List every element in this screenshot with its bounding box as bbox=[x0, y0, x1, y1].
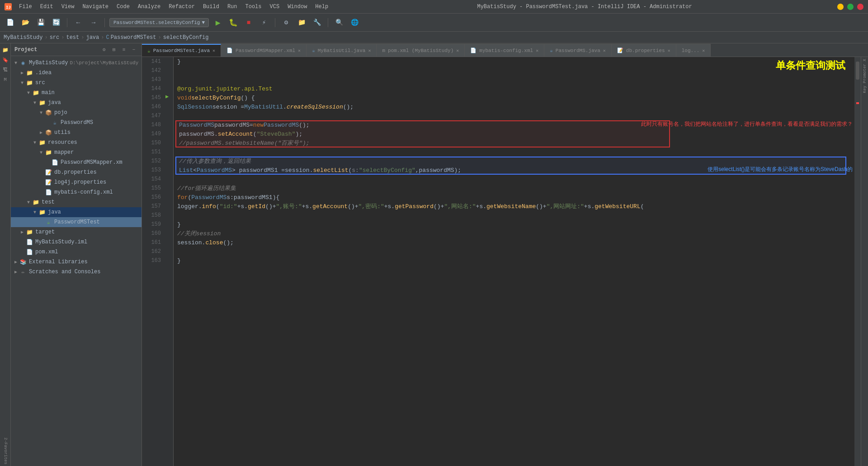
translate-button[interactable]: 🌐 bbox=[348, 16, 361, 29]
tree-item-external-libs[interactable]: ▶ 📚 External Libraries bbox=[11, 257, 142, 267]
bookmark-icon[interactable]: 🔖 bbox=[1, 55, 10, 64]
tab-close-button[interactable]: ✕ bbox=[702, 48, 705, 53]
tree-item-test[interactable]: ▼ 📁 test bbox=[11, 197, 142, 207]
editor-scrollbar[interactable] bbox=[854, 57, 861, 466]
tab-mybatisutil[interactable]: ☕ MyBatisUtil.java ✕ bbox=[307, 44, 377, 57]
tab-mapper-xml[interactable]: 📄 PasswordMSMapper.xml ✕ bbox=[221, 44, 307, 57]
tree-item-pojo[interactable]: ▼ 📦 pojo bbox=[11, 108, 142, 118]
tree-item-target[interactable]: ▶ 📁 target bbox=[11, 227, 142, 237]
coverage-button[interactable]: ⚡ bbox=[258, 16, 270, 29]
menu-build[interactable]: Build bbox=[199, 2, 223, 12]
tree-item-resources[interactable]: ▼ 📁 resources bbox=[11, 138, 142, 147]
menu-window[interactable]: Window bbox=[284, 2, 311, 12]
code-content[interactable]: 单条件查询测试 } @org.junit.jupiter.api.Test vo… bbox=[174, 57, 854, 466]
tree-item-src[interactable]: ▼ 📁 src bbox=[11, 78, 142, 88]
tab-passwordmstest[interactable]: ☕ PasswordMSTest.java ✕ bbox=[142, 44, 221, 57]
close-button[interactable] bbox=[857, 4, 863, 10]
tab-close-button[interactable]: ✕ bbox=[668, 48, 670, 53]
menu-view[interactable]: View bbox=[58, 2, 78, 12]
breadcrumb-class[interactable]: C PasswordMSTest bbox=[106, 34, 156, 41]
tree-item-scratches[interactable]: ▶ ✏ Scratches and Consoles bbox=[11, 267, 142, 277]
run-config-dropdown[interactable]: PasswordMSTest.selectByConfig ▼ bbox=[109, 18, 209, 27]
menu-refactor[interactable]: Refactor bbox=[165, 2, 198, 12]
new-file-button[interactable]: 📄 bbox=[4, 16, 16, 29]
menu-file[interactable]: File bbox=[15, 2, 36, 12]
editor-inner: 141 142 143 144 145 146 147 148 149 150 … bbox=[142, 57, 861, 466]
menu-edit[interactable]: Edit bbox=[37, 2, 57, 12]
project-structure-button[interactable]: 📁 bbox=[295, 16, 308, 29]
back-button[interactable]: ← bbox=[72, 16, 85, 29]
menu-bar[interactable]: File Edit View Navigate Code Analyze Ref… bbox=[15, 2, 332, 12]
tab-log[interactable]: log... ✕ bbox=[676, 44, 711, 57]
tab-mybatis-config[interactable]: 📄 mybatis-config.xml ✕ bbox=[465, 44, 544, 57]
menu-navigate[interactable]: Navigate bbox=[79, 2, 112, 12]
menu-tools[interactable]: Tools bbox=[242, 2, 265, 12]
sdk-button[interactable]: 🔧 bbox=[311, 16, 323, 29]
menu-analyze[interactable]: Analyze bbox=[134, 2, 164, 12]
tree-item-log4j[interactable]: 📝 log4j.properties bbox=[11, 177, 142, 187]
structure-icon[interactable]: 🏗 bbox=[1, 65, 10, 74]
tab-passwordms[interactable]: ☕ PasswordMS.java ✕ bbox=[544, 44, 612, 57]
tree-item-java[interactable]: ▼ 📁 java bbox=[11, 98, 142, 108]
tab-db-props[interactable]: 📝 db.properties ✕ bbox=[612, 44, 676, 57]
debug-button[interactable]: 🐛 bbox=[227, 16, 240, 29]
editor-gutter: ▶ bbox=[165, 57, 174, 466]
tree-item-iml[interactable]: 📄 MyBatisStudy.iml bbox=[11, 237, 142, 247]
forward-button[interactable]: → bbox=[87, 16, 100, 29]
tab-close-button[interactable]: ✕ bbox=[603, 48, 606, 53]
tree-item-passwordms[interactable]: ☕ PasswordMS bbox=[11, 118, 142, 128]
minimize-button[interactable] bbox=[837, 4, 844, 10]
breadcrumb-project[interactable]: MyBatisStudy bbox=[4, 34, 42, 41]
tree-item-test-java[interactable]: ▼ 📁 java bbox=[11, 207, 142, 217]
tab-close-button[interactable]: ✕ bbox=[368, 48, 371, 53]
breadcrumb-test[interactable]: test bbox=[66, 34, 79, 41]
key-promoter-icon[interactable]: Key Promoter X bbox=[863, 59, 867, 93]
tree-item-passwordmstest[interactable]: ☕ PasswordMSTest bbox=[11, 217, 142, 227]
tree-item-pom[interactable]: 📄 pom.xml bbox=[11, 247, 142, 257]
menu-help[interactable]: Help bbox=[311, 2, 332, 12]
menu-run[interactable]: Run bbox=[224, 2, 241, 12]
tree-item-mapper-xml[interactable]: 📄 PasswordMSMapper.xm bbox=[11, 157, 142, 167]
tree-item-main[interactable]: ▼ 📁 main bbox=[11, 88, 142, 98]
editor-tabs[interactable]: ☕ PasswordMSTest.java ✕ 📄 PasswordMSMapp… bbox=[142, 43, 868, 57]
code-line-159: } bbox=[177, 220, 851, 229]
tree-item-utils[interactable]: ▶ 📦 utils bbox=[11, 128, 142, 138]
collapse-icon[interactable]: − bbox=[130, 46, 138, 54]
tree-item-mapper[interactable]: ▼ 📁 mapper bbox=[11, 147, 142, 157]
tree-item-mybatis-config[interactable]: 📄 mybatis-config.xml bbox=[11, 187, 142, 197]
tab-close-button[interactable]: ✕ bbox=[298, 48, 301, 53]
maximize-button[interactable] bbox=[847, 4, 854, 10]
tab-close-button[interactable]: ✕ bbox=[536, 48, 538, 53]
save-button[interactable]: 💾 bbox=[34, 16, 47, 29]
breadcrumb-src[interactable]: src bbox=[50, 34, 60, 41]
tree-item-mybatisstudy[interactable]: ▼ ◉ MyBatisStudy D:\project\MyBatisStudy bbox=[11, 58, 142, 68]
menu-vcs[interactable]: VCS bbox=[266, 2, 283, 12]
tab-close-button[interactable]: ✕ bbox=[212, 48, 215, 53]
settings-icon[interactable]: ≡ bbox=[120, 46, 128, 54]
run-gutter-icon[interactable]: ▶ bbox=[165, 93, 169, 100]
run-button[interactable]: ▶ bbox=[212, 16, 224, 29]
breadcrumb-java[interactable]: java bbox=[86, 34, 99, 41]
tab-label: pom.xml (MyBatisStudy) bbox=[388, 48, 453, 53]
menu-code[interactable]: Code bbox=[113, 2, 133, 12]
layout-icon[interactable]: ⊞ bbox=[110, 46, 118, 54]
settings-button[interactable]: ⚙ bbox=[280, 16, 292, 29]
code-line-145: void selectByConfig() { bbox=[177, 93, 851, 102]
open-button[interactable]: 📂 bbox=[19, 16, 32, 29]
project-icon[interactable]: 📁 bbox=[1, 45, 10, 54]
breadcrumb-method[interactable]: selectByConfig bbox=[163, 34, 209, 41]
tree-item-idea[interactable]: ▶ 📁 .idea bbox=[11, 68, 142, 78]
gear-icon[interactable]: ⚙ bbox=[100, 46, 108, 54]
tab-pom[interactable]: m pom.xml (MyBatisStudy) ✕ bbox=[377, 44, 465, 57]
main-editor[interactable]: 141 142 143 144 145 146 147 148 149 150 … bbox=[142, 57, 861, 466]
tree-item-db-props[interactable]: 📝 db.properties bbox=[11, 167, 142, 177]
favorites-icon[interactable]: 2-Favorites bbox=[2, 436, 9, 466]
stop-button[interactable]: ■ bbox=[242, 16, 255, 29]
sync-button[interactable]: 🔄 bbox=[50, 16, 62, 29]
window-title: MyBatisStudy - PasswordMSTest.java - Int… bbox=[477, 4, 692, 10]
search-everywhere-button[interactable]: 🔍 bbox=[333, 16, 345, 29]
scroll-thumb[interactable] bbox=[856, 62, 859, 80]
maven-icon[interactable]: M bbox=[1, 75, 10, 84]
tab-close-button[interactable]: ✕ bbox=[456, 48, 459, 53]
window-controls[interactable] bbox=[837, 4, 863, 10]
